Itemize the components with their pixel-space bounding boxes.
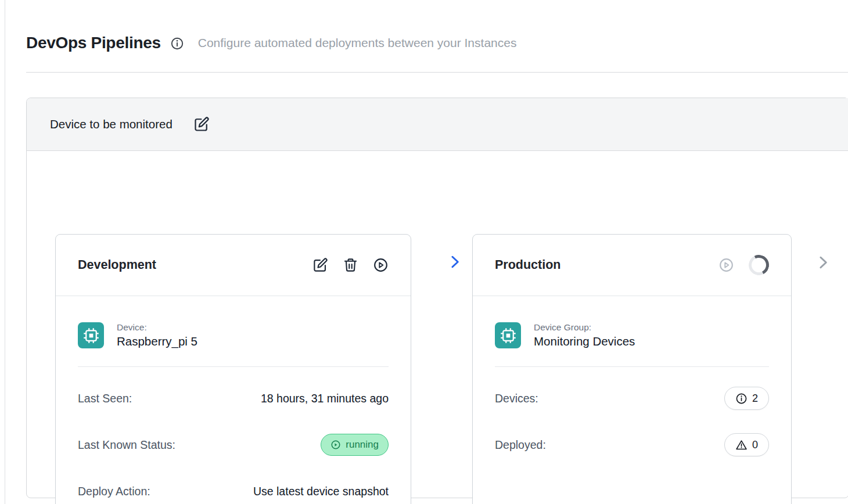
last-seen-value: 18 hours, 31 minutes ago <box>261 392 389 405</box>
deploy-action-label: Deploy Action: <box>78 485 150 498</box>
deploy-action-row: Deploy Action: Use latest device snapsho… <box>78 468 389 504</box>
production-stage-card: Production Device Group: <box>472 234 792 504</box>
next-stage-chevron-icon[interactable] <box>815 254 831 271</box>
content-left-border <box>5 0 5 504</box>
device-group-row: Device Group: Monitoring Devices <box>495 322 769 348</box>
devops-pipelines-screen: DevOps Pipelines Configure automated dep… <box>0 0 848 504</box>
device-group-chip-icon <box>495 322 521 348</box>
device-group-info: Device Group: Monitoring Devices <box>534 322 635 348</box>
deployed-row: Deployed: 0 <box>495 422 769 468</box>
deployed-count-badge[interactable]: 0 <box>724 433 769 456</box>
deployed-label: Deployed: <box>495 438 546 452</box>
last-known-status-row: Last Known Status: running <box>78 422 389 468</box>
deploy-action-value: Use latest device snapshot <box>253 485 389 498</box>
device-row: Device: Raspberry_pi 5 <box>78 322 389 348</box>
delete-stage-icon[interactable] <box>343 257 358 273</box>
development-card-header: Development <box>56 235 411 296</box>
last-seen-row: Last Seen: 18 hours, 31 minutes ago <box>78 375 389 422</box>
page-header: DevOps Pipelines Configure automated dep… <box>26 34 516 52</box>
production-card-actions <box>718 255 769 275</box>
devices-label: Devices: <box>495 392 538 405</box>
pipeline-panel-header: Device to be monitored <box>27 98 848 151</box>
info-icon[interactable] <box>170 36 184 50</box>
stage-title: Production <box>495 258 560 272</box>
device-chip-icon <box>78 322 104 348</box>
device-info: Device: Raspberry_pi 5 <box>117 322 197 348</box>
card-divider <box>495 366 769 367</box>
header-divider <box>26 72 848 73</box>
page-title: DevOps Pipelines <box>26 34 161 52</box>
production-card-header: Production <box>473 235 791 296</box>
card-divider <box>78 366 389 367</box>
device-name: Raspberry_pi 5 <box>117 334 197 348</box>
status-text: running <box>346 439 379 451</box>
pipeline-flow-chevron-icon <box>447 254 463 270</box>
page-subtitle: Configure automated deployments between … <box>198 36 517 50</box>
devices-row: Devices: 2 <box>495 375 769 422</box>
device-group-label: Device Group: <box>534 322 635 333</box>
pipeline-stages: Development <box>27 151 848 498</box>
status-badge: running <box>321 434 389 456</box>
device-group-name: Monitoring Devices <box>534 334 635 348</box>
info-icon <box>735 393 748 405</box>
pipeline-name: Device to be monitored <box>50 117 173 131</box>
last-seen-label: Last Seen: <box>78 392 132 405</box>
devices-count-badge[interactable]: 2 <box>724 387 769 410</box>
stage-title: Development <box>78 258 156 272</box>
loading-spinner <box>746 252 771 278</box>
production-card-body: Device Group: Monitoring Devices Devices… <box>473 296 791 468</box>
run-stage-icon[interactable] <box>373 257 389 273</box>
edit-stage-icon[interactable] <box>312 257 328 273</box>
development-card-body: Device: Raspberry_pi 5 Last Seen: 18 hou… <box>56 296 411 504</box>
pipeline-panel: Device to be monitored Development <box>26 98 848 498</box>
status-play-icon <box>330 440 341 450</box>
device-label: Device: <box>117 322 197 333</box>
development-card-actions <box>312 257 389 273</box>
deployed-count: 0 <box>752 439 758 451</box>
devices-count: 2 <box>752 393 758 405</box>
edit-pipeline-name-icon[interactable] <box>193 116 210 132</box>
warning-triangle-icon <box>735 439 748 451</box>
status-label: Last Known Status: <box>78 438 175 452</box>
run-stage-icon-disabled[interactable] <box>718 257 734 273</box>
development-stage-card: Development <box>55 234 411 504</box>
